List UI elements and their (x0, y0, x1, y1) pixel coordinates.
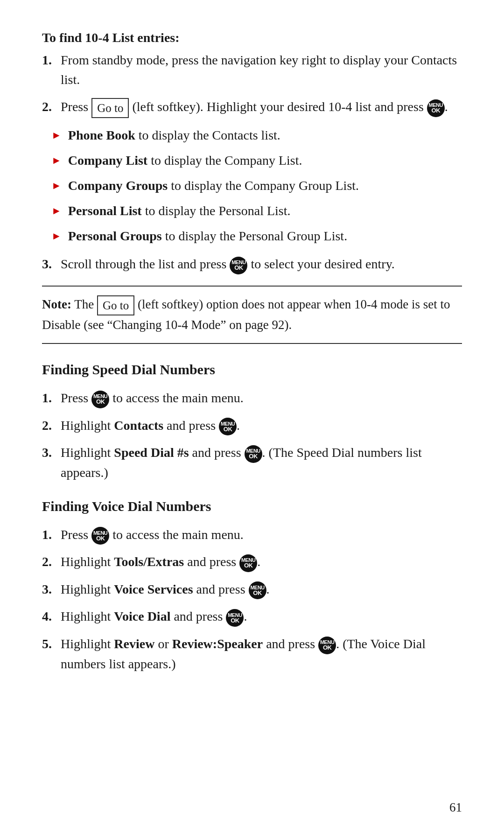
step-2-num: 2. (42, 97, 61, 117)
voice-step-3-content: Highlight Voice Services and press MENUO… (61, 580, 462, 600)
speed-step-1-content: Press MENUOK to access the main menu. (61, 388, 462, 408)
step-2-content: Press Go to (left softkey). Highlight yo… (61, 97, 462, 118)
bullet-arrow-1: ► (51, 127, 62, 143)
voice-dial-title: Finding Voice Dial Numbers (42, 498, 211, 514)
steps-list-1: 1. From standby mode, press the navigati… (42, 50, 462, 118)
voice-step-4-content: Highlight Voice Dial and press MENUOK. (61, 607, 462, 627)
menu-ok-icon-6: MENUOK (91, 527, 109, 545)
step-1-content: From standby mode, press the navigation … (61, 50, 462, 90)
page-number: 61 (449, 798, 462, 817)
speed-step-1-num: 1. (42, 388, 61, 408)
voice-step-3: 3. Highlight Voice Services and press ME… (42, 580, 462, 600)
voice-step-1: 1. Press MENUOK to access the main menu. (42, 525, 462, 545)
bullet-personallist-text: Personal List to display the Personal Li… (68, 201, 291, 221)
voice-step-2-content: Highlight Tools/Extras and press MENUOK. (61, 552, 462, 572)
bullet-personalgroups-text: Personal Groups to display the Personal … (68, 226, 347, 246)
menu-ok-icon-9: MENUOK (226, 609, 244, 627)
goto-button-1: Go to (91, 98, 129, 119)
menu-ok-icon-3: MENUOK (91, 391, 109, 408)
section-voice-title: Finding Voice Dial Numbers (42, 496, 462, 517)
bullet-arrow-4: ► (51, 203, 62, 218)
bullet-companygroups: ► Company Groups to display the Company … (51, 176, 462, 196)
step-3-content: Scroll through the list and press MENUOK… (61, 254, 462, 274)
section-header: To find 10-4 List entries: (42, 28, 462, 48)
bullet-phonebook: ► Phone Book to display the Contacts lis… (51, 126, 462, 145)
bullet-list: ► Phone Book to display the Contacts lis… (51, 126, 462, 246)
bullet-personallist: ► Personal List to display the Personal … (51, 201, 462, 221)
menu-ok-icon-7: MENUOK (239, 554, 257, 572)
voice-step-2-num: 2. (42, 552, 61, 572)
note-label: Note: The Go to (left softkey) option do… (42, 297, 450, 332)
bullet-companygroups-text: Company Groups to display the Company Gr… (68, 176, 359, 196)
bullet-companylist: ► Company List to display the Company Li… (51, 151, 462, 170)
note-box: Note: The Go to (left softkey) option do… (42, 286, 462, 344)
menu-ok-icon-1: MENUOK (427, 99, 445, 117)
menu-ok-icon-2: MENUOK (230, 257, 247, 274)
speed-step-2-num: 2. (42, 416, 61, 435)
menu-ok-icon-8: MENUOK (249, 581, 266, 599)
voice-step-5-content: Highlight Review or Review:Speaker and p… (61, 634, 462, 674)
speed-step-3: 3. Highlight Speed Dial #s and press MEN… (42, 443, 462, 483)
speed-dial-steps: 1. Press MENUOK to access the main menu.… (42, 388, 462, 483)
bullet-companylist-text: Company List to display the Company List… (68, 151, 302, 170)
page: To find 10-4 List entries: 1. From stand… (0, 0, 504, 840)
steps-list-2: 3. Scroll through the list and press MEN… (42, 254, 462, 274)
speed-step-3-content: Highlight Speed Dial #s and press MENUOK… (61, 443, 462, 483)
bullet-arrow-2: ► (51, 153, 62, 168)
goto-button-2: Go to (97, 295, 134, 316)
bullet-arrow-3: ► (51, 178, 62, 193)
voice-step-1-content: Press MENUOK to access the main menu. (61, 525, 462, 545)
voice-step-2: 2. Highlight Tools/Extras and press MENU… (42, 552, 462, 572)
bullet-phonebook-text: Phone Book to display the Contacts list. (68, 126, 280, 145)
step-3-num: 3. (42, 254, 61, 274)
menu-ok-icon-10: MENUOK (318, 637, 336, 654)
voice-dial-steps: 1. Press MENUOK to access the main menu.… (42, 525, 462, 674)
menu-ok-icon-4: MENUOK (219, 418, 237, 435)
bullet-personalgroups: ► Personal Groups to display the Persona… (51, 226, 462, 246)
speed-step-2: 2. Highlight Contacts and press MENUOK. (42, 416, 462, 436)
voice-step-1-num: 1. (42, 525, 61, 545)
speed-step-3-num: 3. (42, 443, 61, 462)
voice-step-3-num: 3. (42, 580, 61, 599)
step-2: 2. Press Go to (left softkey). Highlight… (42, 97, 462, 118)
speed-step-2-content: Highlight Contacts and press MENUOK. (61, 416, 462, 436)
step-3: 3. Scroll through the list and press MEN… (42, 254, 462, 274)
voice-step-4-num: 4. (42, 607, 61, 626)
section-speed-title: Finding Speed Dial Numbers (42, 359, 462, 380)
header-title: To find 10-4 List entries: (42, 30, 180, 45)
step-1-num: 1. (42, 50, 61, 70)
speed-step-1: 1. Press MENUOK to access the main menu. (42, 388, 462, 408)
voice-step-4: 4. Highlight Voice Dial and press MENUOK… (42, 607, 462, 627)
page-num-text: 61 (449, 800, 462, 814)
voice-step-5-num: 5. (42, 634, 61, 654)
bullet-arrow-5: ► (51, 228, 62, 244)
step-1: 1. From standby mode, press the navigati… (42, 50, 462, 90)
speed-dial-title: Finding Speed Dial Numbers (42, 362, 215, 377)
menu-ok-icon-5: MENUOK (245, 445, 262, 463)
voice-step-5: 5. Highlight Review or Review:Speaker an… (42, 634, 462, 674)
